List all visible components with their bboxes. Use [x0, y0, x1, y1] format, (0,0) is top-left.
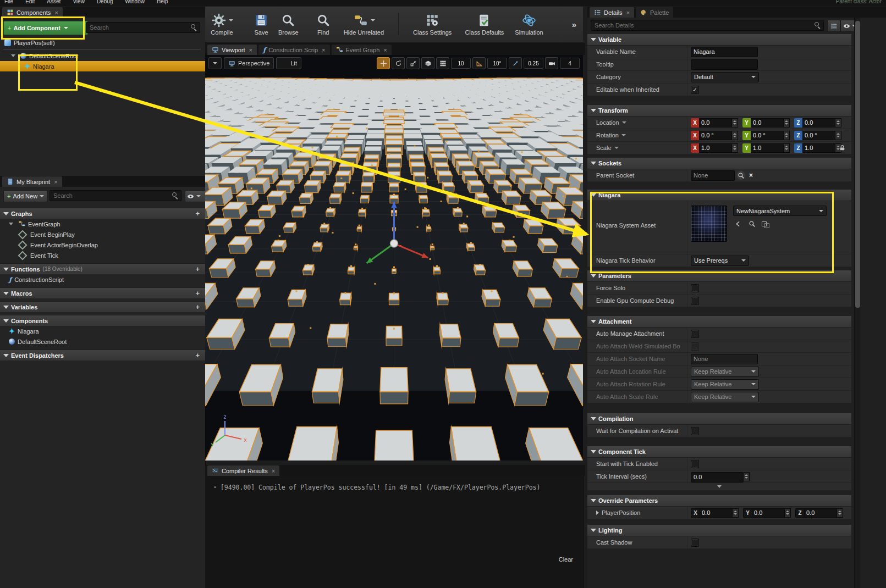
rotation-snap-button[interactable]: [472, 57, 486, 69]
add-graph-button[interactable]: +: [195, 209, 200, 218]
z-axis-field[interactable]: Z1.0: [794, 143, 841, 153]
section-header-variable[interactable]: Variable: [587, 34, 851, 46]
toolbar-button-browse[interactable]: Browse: [278, 13, 299, 36]
toolbar-button-find[interactable]: Find: [315, 13, 332, 36]
visibility-filter-button[interactable]: [185, 190, 206, 202]
y-axis-field[interactable]: Y1.0: [742, 143, 790, 153]
list-item-constructionscript[interactable]: ƒ ConstructionScript: [0, 274, 205, 285]
section-header-event-dispatchers[interactable]: Event Dispatchers +: [0, 350, 205, 360]
section-header-graphs[interactable]: Graphs +: [0, 208, 205, 219]
dropdown-auto-attach-location-rule[interactable]: Keep Relative: [691, 367, 759, 377]
checkbox-enable-gpu-compute-debug[interactable]: [691, 297, 699, 305]
section-header-parameters[interactable]: Parameters: [587, 270, 851, 282]
z-axis-field[interactable]: Z0.0: [794, 118, 841, 127]
my-blueprint-search-input[interactable]: [49, 190, 181, 201]
close-icon[interactable]: ×: [272, 468, 275, 474]
move-tool-button[interactable]: [377, 57, 390, 69]
camera-speed-value[interactable]: 4: [560, 58, 580, 69]
toolbar-button-class-defaults[interactable]: Class Defaults: [465, 13, 504, 36]
use-selected-asset-icon[interactable]: [733, 219, 743, 228]
close-icon[interactable]: ×: [54, 179, 57, 185]
property-matrix-button[interactable]: [827, 20, 840, 32]
toolbar-button-hide-unrelated[interactable]: Hide Unrelated: [344, 13, 384, 36]
rotate-tool-button[interactable]: [392, 57, 405, 69]
expand-triangle-icon[interactable]: [596, 511, 599, 515]
toolbar-overflow-button[interactable]: »: [572, 20, 576, 29]
components-search-input[interactable]: [86, 22, 200, 33]
menu-file[interactable]: File: [4, 0, 13, 4]
toolbar-button-simulation[interactable]: Simulation: [515, 13, 543, 36]
z-axis-field[interactable]: Z0.0: [795, 508, 843, 518]
list-item-event-beginplay[interactable]: Event BeginPlay: [0, 229, 205, 240]
tree-item-defaultsceneroot[interactable]: DefaultSceneRoot: [0, 51, 205, 61]
tab-construction-scrip[interactable]: ƒConstruction Scrip×: [258, 45, 329, 55]
tab-components[interactable]: Components ×: [2, 7, 63, 18]
close-icon[interactable]: ×: [383, 47, 387, 53]
close-icon[interactable]: ×: [249, 47, 252, 53]
search-socket-icon[interactable]: [736, 171, 745, 180]
add-function-button[interactable]: +: [195, 265, 200, 273]
section-header-niagara[interactable]: Niagara: [587, 190, 851, 201]
grid-snap-button[interactable]: [436, 57, 449, 69]
section-header-components[interactable]: Components: [0, 315, 205, 326]
perspective-button[interactable]: Perspective: [224, 57, 274, 69]
y-axis-field[interactable]: Y0.0 °: [742, 131, 790, 140]
y-axis-field[interactable]: Y0.0: [742, 118, 790, 127]
clear-log-button[interactable]: Clear: [559, 556, 573, 563]
x-axis-field[interactable]: X1.0: [691, 143, 738, 153]
rotation-snap-value[interactable]: 10°: [487, 58, 507, 69]
menu-window[interactable]: Window: [125, 0, 145, 4]
advanced-properties-expander[interactable]: [587, 483, 851, 491]
tab-my-blueprint[interactable]: My Blueprint ×: [2, 176, 62, 187]
section-header-functions[interactable]: Functions (18 Overridable) +: [0, 263, 205, 274]
details-scrollbar[interactable]: [855, 21, 860, 308]
menu-view[interactable]: View: [73, 0, 85, 4]
menu-edit[interactable]: Edit: [25, 0, 35, 4]
checkbox-auto-attach-weld-simulated-bo[interactable]: [691, 342, 699, 351]
list-item-event-actorbeginoverlap[interactable]: Event ActorBeginOverlap: [0, 240, 205, 250]
toolbar-button-save[interactable]: Save: [253, 13, 269, 36]
niagara-system-thumbnail[interactable]: [691, 206, 727, 242]
toolbar-button-class-settings[interactable]: Class Settings: [413, 13, 452, 36]
checkbox-editable-when-inherited[interactable]: [691, 86, 699, 94]
add-new-button[interactable]: + Add New: [3, 190, 48, 202]
checkbox-cast-shadow[interactable]: [691, 539, 699, 547]
text-input-tooltip[interactable]: [691, 59, 758, 70]
section-header-component-tick[interactable]: Component Tick: [587, 446, 851, 458]
tab-viewport[interactable]: Viewport×: [207, 45, 257, 55]
dropdown-niagara-tick-behavior[interactable]: Use Prereqs: [691, 256, 749, 266]
section-header-macros[interactable]: Macros +: [0, 287, 205, 298]
menu-help[interactable]: Help: [157, 0, 168, 4]
list-item-defaultsceneroot[interactable]: DefaultSceneRoot: [0, 336, 205, 347]
z-axis-field[interactable]: Z0.0 °: [794, 131, 841, 140]
copy-asset-icon[interactable]: [761, 219, 771, 228]
browse-to-asset-icon[interactable]: [747, 219, 757, 228]
list-item-niagara[interactable]: Niagara: [0, 326, 205, 336]
tab-compiler-results[interactable]: Compiler Results ×: [207, 465, 279, 476]
tab-event-graph[interactable]: Event Graph×: [332, 45, 392, 55]
tree-item-playerpos-self[interactable]: PlayerPos(self): [0, 37, 205, 48]
scale-snap-button[interactable]: [509, 57, 522, 69]
list-item-event-tick[interactable]: Event Tick: [0, 250, 205, 260]
add-component-button[interactable]: + Add Component: [3, 21, 88, 35]
section-header-attachment[interactable]: Attachment: [587, 316, 851, 328]
close-icon[interactable]: ×: [322, 47, 325, 53]
x-axis-field[interactable]: X0.0: [691, 508, 739, 518]
x-axis-field[interactable]: X0.0: [691, 118, 738, 127]
x-axis-field[interactable]: X0.0 °: [691, 131, 738, 140]
text-input-variable-name[interactable]: Niagara: [691, 47, 758, 57]
text-input-auto-attach-socket-name[interactable]: None: [691, 354, 758, 364]
camera-speed-button[interactable]: [545, 57, 558, 69]
close-icon[interactable]: ×: [54, 9, 58, 16]
lit-mode-button[interactable]: Lit: [276, 57, 301, 69]
lock-icon[interactable]: [839, 145, 846, 152]
checkbox-force-solo[interactable]: [691, 284, 699, 292]
checkbox-wait-for-compilation-on-activat[interactable]: [691, 427, 699, 435]
add-variable-button[interactable]: +: [195, 303, 200, 311]
tree-item-niagara[interactable]: Niagara: [0, 61, 205, 71]
y-axis-field[interactable]: Y0.0: [743, 508, 791, 518]
dropdown-auto-attach-rotation-rule[interactable]: Keep Relative: [691, 379, 759, 390]
scale-tool-button[interactable]: [406, 57, 420, 69]
surface-snap-button[interactable]: [421, 57, 434, 69]
section-header-override-parameters[interactable]: Override Parameters: [587, 495, 851, 507]
